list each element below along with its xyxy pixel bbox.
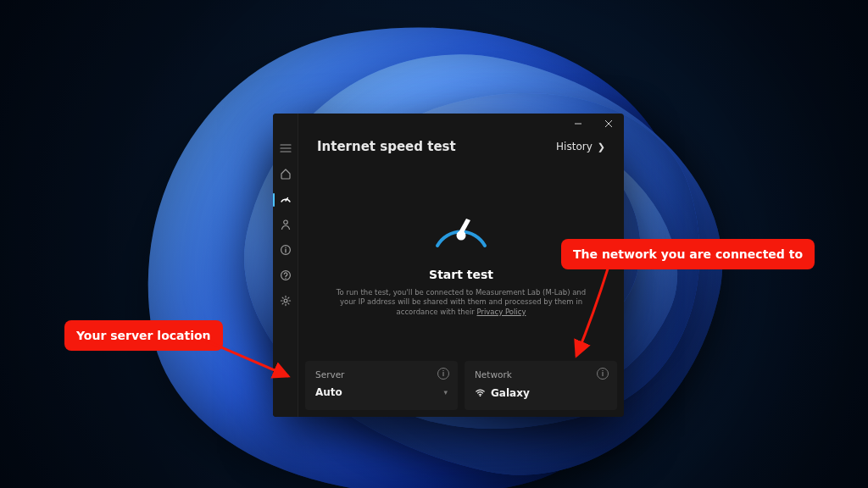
svg-point-0 (284, 220, 288, 225)
network-card: Network i Galaxy (465, 361, 617, 410)
settings-icon (280, 294, 292, 310)
network-value: Galaxy (491, 387, 530, 399)
privacy-policy-link[interactable]: Privacy Policy (477, 308, 526, 316)
close-button[interactable] (593, 114, 624, 134)
menu-icon (280, 141, 292, 158)
server-card[interactable]: Server i Auto ▾ (305, 361, 458, 410)
wifi-icon (475, 386, 486, 400)
chevron-right-icon: ❯ (598, 141, 605, 152)
person-icon (280, 218, 292, 234)
page-title: Internet speed test (317, 139, 456, 154)
sidebar-item-info[interactable] (273, 239, 298, 263)
history-link[interactable]: History ❯ (556, 141, 605, 152)
sidebar-item-help[interactable] (273, 264, 298, 288)
speed-icon (280, 192, 292, 208)
help-icon (280, 269, 292, 285)
chevron-down-icon: ▾ (443, 388, 448, 396)
minimize-button[interactable] (563, 114, 593, 134)
sidebar-item-menu[interactable] (273, 137, 298, 161)
window-controls (563, 114, 624, 134)
server-value: Auto (315, 386, 342, 398)
annotation-server: Your server location (64, 320, 223, 351)
sidebar-item-settings[interactable] (273, 290, 298, 313)
svg-point-5 (480, 395, 481, 396)
svg-point-4 (457, 230, 466, 240)
start-test-label: Start test (429, 268, 493, 281)
svg-point-3 (284, 299, 287, 302)
sidebar-item-person[interactable] (273, 214, 298, 237)
sidebar-item-home[interactable] (273, 163, 298, 186)
start-test-button[interactable] (427, 200, 495, 259)
network-label: Network (475, 369, 607, 380)
server-label: Server (315, 369, 448, 380)
annotation-network: The network you are connected to (561, 239, 815, 269)
info-icon[interactable]: i (437, 368, 449, 380)
sidebar (273, 114, 298, 417)
info-icon[interactable]: i (597, 368, 609, 380)
disclaimer-text: To run the test, you'll be connected to … (334, 288, 588, 317)
home-icon (280, 167, 292, 183)
sidebar-item-speed[interactable] (273, 188, 298, 212)
history-label: History (556, 141, 593, 152)
info-icon (280, 243, 292, 259)
